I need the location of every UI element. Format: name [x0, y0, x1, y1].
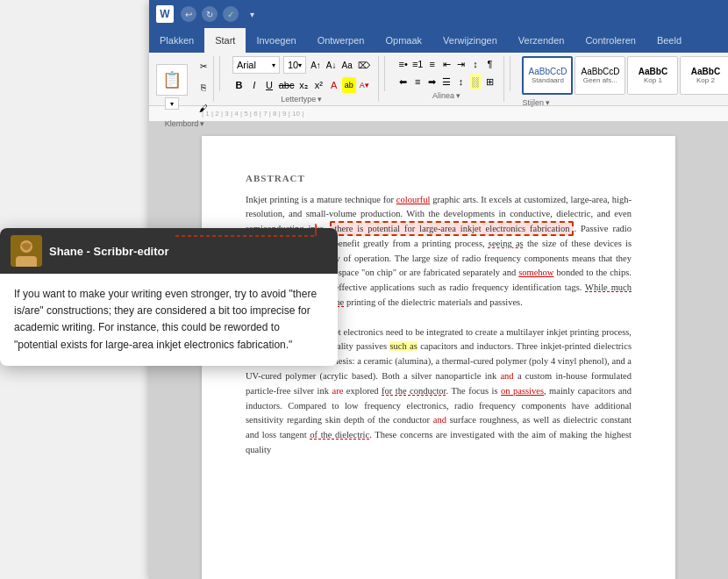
align-left-button[interactable]: ⬅	[397, 74, 410, 89]
on-passives-highlight: on passives	[501, 386, 544, 396]
font-format-row: B I U abc x₂ x² A ab A▾	[232, 77, 371, 93]
copy-button[interactable]: ⎘	[193, 77, 214, 96]
subscript-button[interactable]: x₂	[296, 77, 310, 93]
align-right-button[interactable]: ➡	[425, 74, 438, 89]
style-standaard[interactable]: AaBbCcD Standaard	[522, 56, 573, 95]
clipboard-group: 📋 ▾ ✂ ⎘ 🖌 Klembord ▾	[156, 56, 214, 102]
ribbon-tabs: Plakken Start Invoegen Ontwerpen Opmaak …	[149, 28, 728, 53]
font-group-label: Lettertype ▾	[281, 95, 322, 104]
paste-dropdown[interactable]: ▾	[165, 97, 179, 110]
bullets-button[interactable]: ≡•	[397, 56, 410, 72]
font-color-button[interactable]: A▾	[358, 77, 371, 93]
superscript-button[interactable]: x²	[312, 77, 325, 93]
separator-1	[219, 56, 220, 91]
styles-group: AaBbCcD Standaard AaBbCcD Geen afs... Aa…	[515, 56, 721, 102]
tab-opmaak[interactable]: Opmaak	[375, 28, 432, 53]
separator-3	[510, 56, 510, 91]
font-selector-row: Arial ▾ 10 ▾ A↑ A↓ Aa ⌦	[232, 56, 371, 74]
ruler: | 1 | 2 | 3 | 4 | 5 | 6 | 7 | 8 | 9 | 10…	[149, 106, 728, 122]
while-much-underline: While much	[585, 282, 632, 292]
cut-button[interactable]: ✂	[193, 56, 214, 75]
comment-body: If you want to make your writing even st…	[0, 274, 338, 366]
such-as-highlight: such as	[389, 341, 417, 351]
redo-button[interactable]: ↻	[202, 6, 218, 22]
highlight-button[interactable]: ab	[342, 77, 355, 93]
line-spacing-button[interactable]: ↕	[454, 74, 467, 89]
multilevel-button[interactable]: ≡	[425, 56, 438, 72]
tab-invoegen[interactable]: Invoegen	[246, 28, 306, 53]
word-icon: W	[156, 5, 174, 23]
comment-avatar	[11, 235, 42, 267]
tab-plakken[interactable]: Plakken	[149, 28, 204, 53]
comment-header: Shane - Scribbr-editor	[0, 228, 338, 274]
more-button[interactable]: ▾	[244, 6, 260, 22]
numbered-list-button[interactable]: ≡1	[411, 56, 425, 72]
style-kop2[interactable]: AaBbC Kop 2	[680, 56, 728, 95]
underline-button[interactable]: U	[262, 77, 275, 93]
comment-popup: Shane - Scribbr-editor If you want to ma…	[0, 228, 338, 366]
borders-button[interactable]: ⊞	[483, 74, 496, 89]
decrease-indent-button[interactable]: ⇤	[440, 56, 453, 72]
increase-indent-button[interactable]: ⇥	[454, 56, 467, 72]
tab-start[interactable]: Start	[204, 28, 246, 53]
increase-font-button[interactable]: A↑	[310, 57, 322, 73]
sort-button[interactable]: ↕	[469, 56, 482, 72]
title-controls: ↩ ↻ ✓ ▾	[181, 6, 260, 22]
decrease-font-button[interactable]: A↓	[325, 57, 338, 73]
styles-group-label: Stijlen ▾	[522, 98, 714, 107]
paste-button[interactable]: 📋	[156, 64, 188, 96]
font-format-button[interactable]: Aa	[341, 57, 353, 73]
tab-verwijzingen[interactable]: Verwijzingen	[432, 28, 508, 53]
clipboard-buttons: 📋 ▾ ✂ ⎘ 🖌	[156, 56, 214, 118]
comment-author-label: Shane - Scribbr-editor	[49, 245, 169, 258]
paragraph-group-label: Alinea ▾	[432, 91, 460, 100]
italic-button[interactable]: I	[247, 77, 261, 93]
style-kop1[interactable]: AaBbC Kop 1	[627, 56, 678, 95]
somehow-highlight: somehow	[518, 268, 553, 277]
title-bar: W ↩ ↻ ✓ ▾	[149, 0, 728, 28]
show-marks-button[interactable]: ¶	[483, 56, 496, 72]
svg-rect-4	[16, 256, 37, 267]
font-size-selector[interactable]: 10 ▾	[283, 56, 306, 74]
are-red: are	[332, 386, 344, 396]
bold-button[interactable]: B	[232, 77, 246, 93]
shading-button[interactable]: ░	[469, 74, 482, 89]
comment-highlighted-text: there is potential for large-area inkjet…	[330, 221, 574, 236]
of-the-underline: of the dielectric	[310, 430, 369, 440]
align-center-button[interactable]: ≡	[411, 74, 424, 89]
paragraph-group: ≡• ≡1 ≡ ⇤ ⇥ ↕ ¶ ⬅ ≡ ➡ ☰ ↕ ░	[390, 56, 504, 102]
justify-button[interactable]: ☰	[440, 74, 453, 89]
tab-verzenden[interactable]: Verzenden	[508, 28, 575, 53]
seeing-as-underline: seeing as	[489, 239, 524, 248]
strikethrough-button[interactable]: abc	[278, 77, 296, 93]
font-name-selector[interactable]: Arial ▾	[232, 56, 280, 74]
text-color-button[interactable]: A	[327, 77, 340, 93]
tab-beeld[interactable]: Beeld	[646, 28, 692, 53]
separator-2	[384, 56, 385, 91]
and-red-2: and	[433, 415, 446, 425]
for-the-underline: for the conductor	[382, 386, 446, 396]
tab-ontwerpen[interactable]: Ontwerpen	[307, 28, 375, 53]
ribbon-content: 📋 ▾ ✂ ⎘ 🖌 Klembord ▾	[149, 53, 728, 105]
clear-format-button[interactable]: ⌦	[357, 57, 371, 73]
font-group: Arial ▾ 10 ▾ A↑ A↓ Aa ⌦ B	[225, 56, 379, 102]
abstract-title: ABSTRACT	[246, 171, 632, 186]
ribbon: Plakken Start Invoegen Ontwerpen Opmaak …	[149, 28, 728, 106]
check-button[interactable]: ✓	[223, 6, 239, 22]
and-red-1: and	[500, 371, 513, 381]
tab-controleren[interactable]: Controleren	[575, 28, 646, 53]
clipboard-label: Klembord ▾	[165, 119, 205, 128]
undo-button[interactable]: ↩	[181, 6, 196, 22]
colourful-highlight: colourful	[396, 195, 431, 204]
style-geen[interactable]: AaBbCcD Geen afs...	[575, 56, 625, 95]
